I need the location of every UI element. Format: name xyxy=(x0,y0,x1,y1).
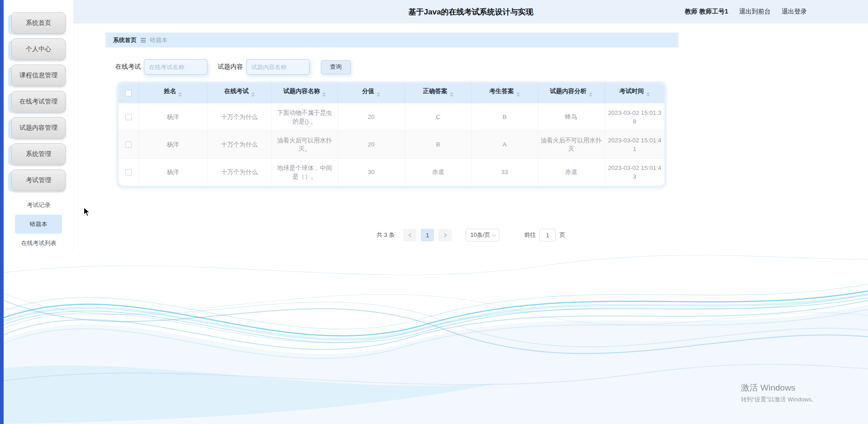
cell-name: 杨洋 xyxy=(138,103,207,131)
cell-analysis: 蜂鸟 xyxy=(538,103,605,131)
page: 系统首页 个人中心 课程信息管理 在线考试管理 试题内容管理 系统管理 考试管理… xyxy=(0,0,868,424)
cell-name: 杨洋 xyxy=(138,131,207,158)
sort-icon[interactable] xyxy=(516,90,520,99)
exit-to-front-link[interactable]: 退出到前台 xyxy=(739,8,771,16)
page-size-value: 10条/页 xyxy=(470,231,490,239)
exam-filter-input[interactable] xyxy=(144,59,207,75)
cell-student-answer: 33 xyxy=(472,158,538,186)
cell-exam-time: 2023-03-02 15:01:43 xyxy=(605,158,664,186)
next-page-button[interactable] xyxy=(439,229,452,241)
sidebar-item-online-exam-management[interactable]: 在线考试管理 xyxy=(11,91,66,113)
breadcrumb-home[interactable]: 系统首页 xyxy=(113,36,137,44)
cell-exam-time: 2023-03-02 15:01:38 xyxy=(605,103,664,131)
logout-link[interactable]: 退出登录 xyxy=(782,8,807,16)
background-waves-decoration xyxy=(0,234,868,424)
column-name[interactable]: 姓名 xyxy=(138,83,207,103)
page-size-select[interactable]: 10条/页 xyxy=(466,229,499,241)
watermark-line2: 转到“设置”以激活 Windows。 xyxy=(741,396,817,404)
sort-icon[interactable] xyxy=(322,90,326,99)
sort-icon[interactable] xyxy=(646,90,650,99)
cell-exam: 十万个为什么 xyxy=(207,158,272,186)
cell-question: 下面动物不属于昆虫的是() 。 xyxy=(272,103,338,131)
sidebar-item-question-management[interactable]: 试题内容管理 xyxy=(11,117,66,139)
cell-correct-answer: B xyxy=(405,131,472,158)
sidebar-item-personal-center[interactable]: 个人中心 xyxy=(11,38,66,60)
cell-correct-answer: 赤道 xyxy=(405,158,472,186)
watermark-line1: 激活 Windows xyxy=(741,382,817,394)
sort-icon[interactable] xyxy=(589,90,592,99)
current-user-label: 教师 教师工号1 xyxy=(685,8,728,16)
left-edge-strip xyxy=(0,0,4,424)
prev-page-button[interactable] xyxy=(403,229,416,241)
cell-question: 地球是个球体，中间是（）。 xyxy=(272,158,338,186)
filter-bar: 在线考试 试题内容 查询 xyxy=(115,59,351,75)
total-count-label: 共 3 条 xyxy=(377,231,395,239)
exam-filter-label: 在线考试 xyxy=(115,63,141,71)
cell-name: 杨洋 xyxy=(138,158,207,186)
table-header-row: 姓名 在线考试 试题内容名称 分值 正确答案 考生答案 试题内容分析 考试时间 xyxy=(119,83,664,103)
chevron-left-icon xyxy=(408,233,413,237)
top-header: 基于Java的在线考试系统设计与实现 教师 教师工号1 退出到前台 退出登录 xyxy=(74,0,868,24)
sidebar: 系统首页 个人中心 课程信息管理 在线考试管理 试题内容管理 系统管理 考试管理… xyxy=(4,0,74,253)
goto-label: 前往 xyxy=(524,231,536,239)
chevron-down-icon xyxy=(492,232,496,236)
cell-question: 油着火后可以用水扑灭。 xyxy=(272,131,338,158)
table-row: 杨洋 十万个为什么 地球是个球体，中间是（）。 30 赤道 33 赤道 2023… xyxy=(119,158,664,186)
cell-exam-time: 2023-03-02 15:01:41 xyxy=(605,131,664,158)
mouse-cursor xyxy=(83,207,91,217)
sidebar-subitem-exam-records[interactable]: 考试记录 xyxy=(4,196,74,215)
header-actions: 教师 教师工号1 退出到前台 退出登录 xyxy=(685,8,807,16)
windows-activation-watermark: 激活 Windows 转到“设置”以激活 Windows。 xyxy=(741,382,817,404)
cell-score: 20 xyxy=(338,131,405,158)
column-exam[interactable]: 在线考试 xyxy=(207,83,272,103)
sidebar-subitem-wrong-question-book[interactable]: 错题本 xyxy=(15,215,62,234)
cell-analysis: 赤道 xyxy=(538,158,605,186)
question-filter-input[interactable] xyxy=(246,59,310,75)
cell-score: 30 xyxy=(338,158,405,186)
row-checkbox[interactable] xyxy=(125,114,132,120)
goto-suffix-label: 页 xyxy=(559,231,565,239)
column-question[interactable]: 试题内容名称 xyxy=(272,83,338,103)
sidebar-item-home[interactable]: 系统首页 xyxy=(11,12,66,34)
row-checkbox[interactable] xyxy=(125,169,132,175)
sort-icon[interactable] xyxy=(178,90,182,99)
pagination: 共 3 条 1 10条/页 前往 页 xyxy=(74,228,868,242)
column-exam-time[interactable]: 考试时间 xyxy=(605,83,664,103)
column-correct-answer[interactable]: 正确答案 xyxy=(405,83,472,103)
column-analysis[interactable]: 试题内容分析 xyxy=(538,83,605,103)
cell-exam: 十万个为什么 xyxy=(207,103,272,131)
cell-exam: 十万个为什么 xyxy=(207,131,272,158)
breadcrumb-current: 错题本 xyxy=(150,36,167,44)
cell-student-answer: B xyxy=(472,103,538,131)
row-checkbox[interactable] xyxy=(125,141,132,148)
sidebar-item-system-management[interactable]: 系统管理 xyxy=(11,143,66,165)
sort-icon[interactable] xyxy=(377,90,380,99)
sidebar-subitem-online-exam-list[interactable]: 在线考试列表 xyxy=(4,234,74,253)
breadcrumb-separator-icon xyxy=(141,38,146,39)
sidebar-item-exam-management[interactable]: 考试管理 xyxy=(11,170,66,191)
page-number-button[interactable]: 1 xyxy=(421,229,434,241)
column-score[interactable]: 分值 xyxy=(338,83,405,103)
query-button[interactable]: 查询 xyxy=(321,60,351,74)
sort-icon[interactable] xyxy=(450,90,453,99)
select-all-checkbox[interactable] xyxy=(125,90,132,96)
cell-score: 20 xyxy=(338,103,405,131)
question-filter-label: 试题内容 xyxy=(218,63,243,71)
table-row: 杨洋 十万个为什么 油着火后可以用水扑灭。 20 B A 油着火后不可以用水扑灭… xyxy=(119,131,664,158)
sidebar-item-course-management[interactable]: 课程信息管理 xyxy=(11,65,66,86)
table-row: 杨洋 十万个为什么 下面动物不属于昆虫的是() 。 20 C B 蜂鸟 2023… xyxy=(119,103,664,131)
sort-icon[interactable] xyxy=(251,90,255,99)
chevron-right-icon xyxy=(442,233,447,237)
column-student-answer[interactable]: 考生答案 xyxy=(472,83,538,103)
goto-page-input[interactable] xyxy=(539,229,556,241)
cell-correct-answer: C xyxy=(405,103,472,131)
cell-student-answer: A xyxy=(472,131,538,158)
breadcrumb: 系统首页 错题本 xyxy=(105,33,678,47)
wrong-question-table: 姓名 在线考试 试题内容名称 分值 正确答案 考生答案 试题内容分析 考试时间 … xyxy=(117,81,666,188)
cell-analysis: 油着火后不可以用水扑灭 xyxy=(538,131,605,158)
